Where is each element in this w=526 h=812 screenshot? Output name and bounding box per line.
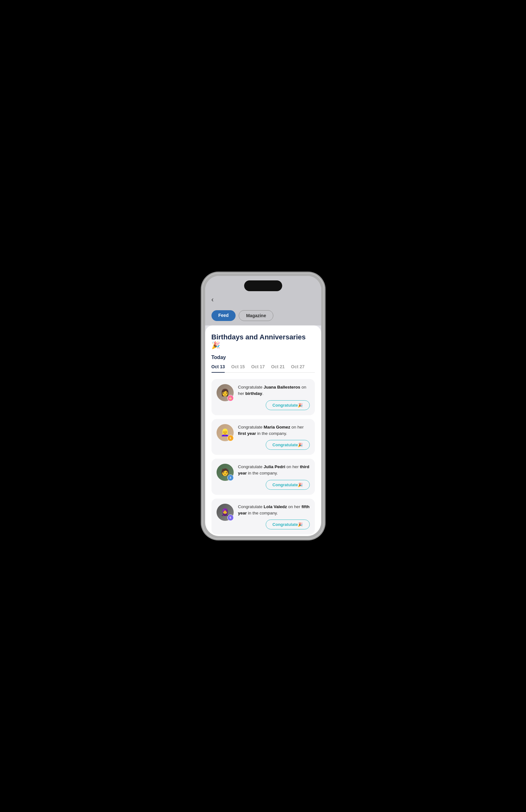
person-name: Julia Pedri [264,464,286,469]
date-tabs: Oct 13 Oct 15 Oct 17 Oct 21 Oct 27 [211,364,315,373]
back-button[interactable]: ‹ [211,295,214,304]
phone-frame: ‹ Feed Magazine Birthdays and Anniversar… [201,272,325,540]
date-tab-oct27[interactable]: Oct 27 [291,364,305,372]
avatar-badge: 1 [227,435,234,441]
person-name: Juana Ballesteros [264,385,301,390]
card-content: Congratulate Maria Gomez on her first ye… [238,424,310,450]
congratulate-button[interactable]: Congratulate🎉 [266,520,309,530]
section-label: Today [211,354,315,360]
phone-screen: ‹ Feed Magazine Birthdays and Anniversar… [205,276,321,536]
birthday-card: 🧑 3 Congratulate Julia Pedri on her thir… [211,459,315,495]
avatar-badge: 3 [227,475,234,481]
page-title: Birthdays and Anniversaries 🎉 [211,333,315,350]
avatar-badge: 🎂 [227,395,234,401]
tab-feed[interactable]: Feed [211,310,236,321]
avatar-wrap: 🧕 5 [217,504,234,521]
card-content: Congratulate Juana Ballesteros on her bi… [238,384,310,410]
person-name: Lola Valedz [264,504,287,509]
date-tab-oct15[interactable]: Oct 15 [231,364,245,372]
congratulate-button[interactable]: Congratulate🎉 [266,440,309,450]
avatar-wrap: 👱‍♀️ 1 [217,424,234,441]
birthday-card: 👱‍♀️ 1 Congratulate Maria Gomez on her f… [211,419,315,455]
cards-container: 👩 🎂 Congratulate Juana Ballesteros on he… [211,379,315,536]
main-content: Birthdays and Anniversaries 🎉 Today Oct … [205,325,321,536]
tab-magazine[interactable]: Magazine [239,310,273,321]
card-text: Congratulate Juana Ballesteros on her bi… [238,384,310,397]
tab-bar: Feed Magazine [205,308,321,325]
card-text: Congratulate Maria Gomez on her first ye… [238,424,310,437]
nav-header: ‹ [205,293,321,308]
birthday-card: 👩 🎂 Congratulate Juana Ballesteros on he… [211,379,315,415]
avatar-wrap: 🧑 3 [217,464,234,481]
card-content: Congratulate Lola Valedz on her fifth ye… [238,504,310,530]
birthday-card: 🧕 5 Congratulate Lola Valedz on her fift… [211,498,315,535]
card-content: Congratulate Julia Pedri on her third ye… [238,464,310,490]
dynamic-island [244,280,282,291]
avatar-wrap: 👩 🎂 [217,384,234,401]
person-name: Maria Gomez [264,425,290,430]
date-tab-oct21[interactable]: Oct 21 [271,364,285,372]
occasion: first year [238,431,256,436]
congratulate-button[interactable]: Congratulate🎉 [266,480,309,490]
date-tab-oct17[interactable]: Oct 17 [251,364,265,372]
congratulate-button[interactable]: Congratulate🎉 [266,400,309,410]
date-tab-oct13[interactable]: Oct 13 [211,364,225,372]
occasion: birthday [245,391,262,396]
avatar-badge: 5 [227,514,234,521]
card-text: Congratulate Julia Pedri on her third ye… [238,464,310,477]
card-text: Congratulate Lola Valedz on her fifth ye… [238,504,310,517]
